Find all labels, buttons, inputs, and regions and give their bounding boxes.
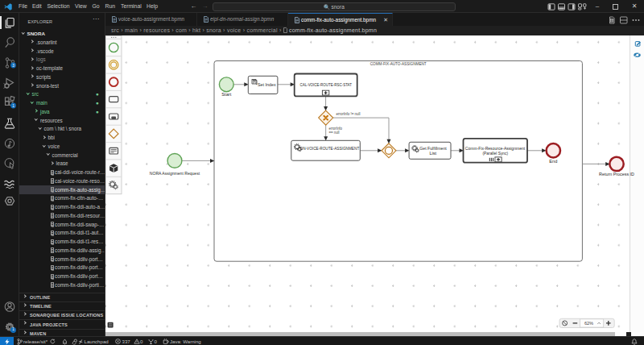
svg-text:COMM-FIX-AUTO-ASSIGNMENT: COMM-FIX-AUTO-ASSIGNMENT [370, 61, 427, 66]
svg-text:== null: == null [329, 131, 340, 135]
svg-text:errorInfo != null: errorInfo != null [336, 112, 361, 116]
svg-text:Set Index: Set Index [258, 82, 276, 87]
svg-text:CAL-VOICE-ROUTE-RSC-STAT: CAL-VOICE-ROUTE-RSC-STAT [299, 82, 352, 87]
svg-text:List: List [429, 151, 436, 156]
svg-text:62%: 62% [584, 321, 593, 326]
svg-text:Start: Start [221, 92, 231, 97]
svg-text:(Parallel Sync): (Parallel Sync) [482, 151, 508, 156]
svg-text:DN-VOICE-ROUTE-ASSIGNMENT: DN-VOICE-ROUTE-ASSIGNMENT [300, 146, 360, 151]
svg-text:3: 3 [12, 64, 14, 68]
svg-text:Return Process ID: Return Process ID [599, 172, 634, 177]
svg-text:1: 1 [12, 104, 14, 108]
svg-text:End: End [549, 159, 557, 164]
svg-text:NORA Assignment Request: NORA Assignment Request [150, 171, 200, 176]
